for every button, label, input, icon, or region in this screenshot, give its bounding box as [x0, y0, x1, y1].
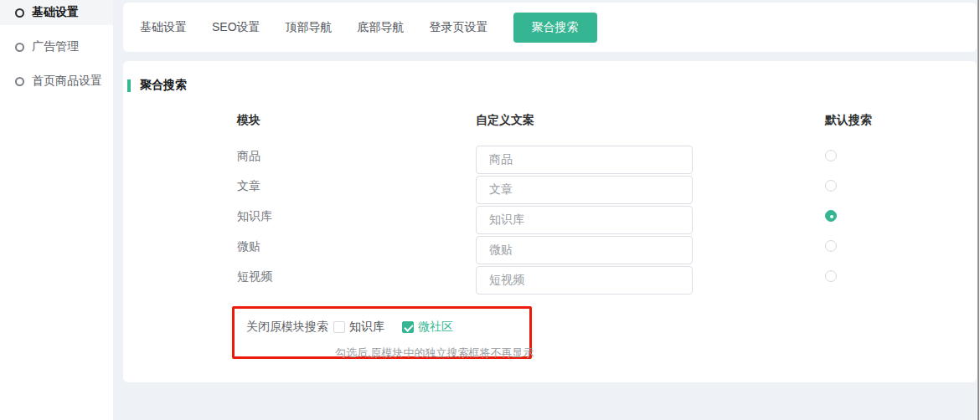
column-header-custom-text: 自定义文案 [476, 113, 534, 128]
scrollbar-thumb[interactable] [977, 0, 979, 420]
sidebar-item-label: 广告管理 [32, 39, 79, 54]
sidebar: 基础设置 广告管理 首页商品设置 [0, 0, 113, 420]
sidebar-item-label: 首页商品设置 [32, 74, 102, 89]
table-row: 商品 [123, 143, 977, 173]
module-label: 商品 [237, 143, 260, 168]
title-accent-bar [127, 79, 131, 92]
default-search-radio-selected[interactable] [825, 210, 837, 222]
check-icon [402, 321, 414, 333]
default-search-radio[interactable] [825, 180, 837, 192]
circle-icon [15, 8, 24, 18]
table-row: 微贴 [123, 233, 977, 264]
section-title: 聚合搜索 [127, 78, 187, 93]
tab-aggregate-search[interactable]: 聚合搜索 [513, 13, 597, 43]
checkbox-label: 知识库 [349, 320, 384, 335]
tab-seo-settings[interactable]: SEO设置 [212, 13, 260, 42]
tab-basic-settings[interactable]: 基础设置 [140, 13, 187, 42]
tab-login-page-settings[interactable]: 登录页设置 [430, 13, 488, 42]
tab-top-nav[interactable]: 顶部导航 [286, 13, 333, 42]
annotation-box: 关闭原模块搜索 知识库 微社区 勾选后,原模块中的独立搜索框将不再显示 [232, 306, 532, 359]
circle-icon [15, 43, 24, 52]
default-search-radio[interactable] [825, 150, 837, 161]
sidebar-item-basic-settings[interactable]: 基础设置 [0, 0, 113, 25]
module-label: 知识库 [237, 203, 272, 228]
table-header: 模块 自定义文案 默认搜索 [123, 113, 977, 130]
sidebar-item-homepage-products[interactable]: 首页商品设置 [0, 69, 113, 94]
custom-text-input[interactable] [476, 266, 693, 295]
module-label: 短视频 [237, 264, 272, 289]
custom-text-input[interactable] [476, 146, 693, 174]
module-label: 微贴 [237, 233, 260, 259]
tab-bar: 基础设置 SEO设置 顶部导航 底部导航 登录页设置 聚合搜索 [123, 3, 977, 52]
column-header-default-search: 默认搜索 [825, 113, 872, 128]
checkbox-label: 微社区 [418, 320, 453, 335]
checkbox-knowledge-base[interactable]: 知识库 [333, 320, 384, 335]
scrollbar[interactable] [977, 0, 980, 420]
aggregate-search-panel: 聚合搜索 模块 自定义文案 默认搜索 商品 文章 知识库 [123, 61, 977, 382]
column-header-module: 模块 [237, 113, 260, 128]
custom-text-input[interactable] [476, 206, 693, 234]
circle-icon [15, 77, 24, 86]
module-label: 文章 [237, 173, 260, 198]
tab-bottom-nav[interactable]: 底部导航 [358, 13, 405, 42]
hint-text: 勾选后,原模块中的独立搜索框将不再显示 [335, 346, 534, 361]
table-row: 短视频 [123, 264, 977, 294]
module-table: 商品 文章 知识库 微贴 短视频 [123, 143, 977, 294]
sidebar-item-label: 基础设置 [32, 5, 79, 20]
default-search-radio[interactable] [825, 240, 837, 252]
section-title-text: 聚合搜索 [140, 78, 187, 93]
content-area: 基础设置 SEO设置 顶部导航 底部导航 登录页设置 聚合搜索 聚合搜索 模块 … [113, 0, 980, 420]
sidebar-item-ad-management[interactable]: 广告管理 [0, 34, 113, 59]
custom-text-input[interactable] [476, 236, 693, 264]
table-row: 知识库 [123, 203, 977, 233]
custom-text-input[interactable] [476, 176, 693, 204]
table-row: 文章 [123, 173, 977, 203]
checkbox-icon [333, 321, 345, 333]
default-search-radio[interactable] [825, 270, 837, 282]
close-original-label: 关闭原模块搜索 [246, 320, 328, 335]
checkbox-micro-community[interactable]: 微社区 [402, 320, 453, 335]
